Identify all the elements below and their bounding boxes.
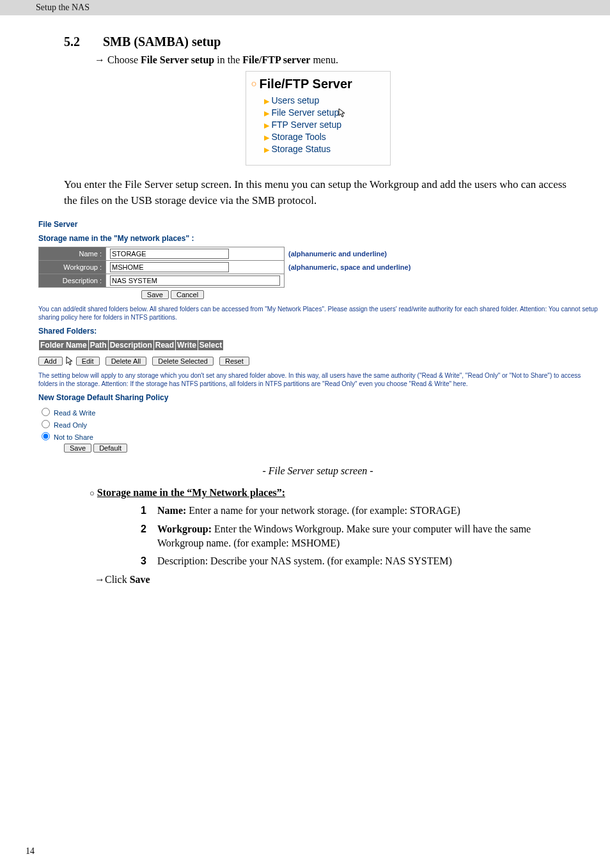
cursor-icon	[339, 108, 347, 117]
choose-line: → Choose File Server setup in the File/F…	[95, 54, 572, 66]
policy-save-button[interactable]: Save	[64, 444, 91, 453]
policy-heading: New Storage Default Sharing Policy	[38, 393, 601, 402]
menu-item-users[interactable]: ▶Users setup	[264, 95, 385, 105]
menu-item-storage-tools[interactable]: ▶Storage Tools	[264, 132, 385, 142]
triangle-icon: ▶	[264, 121, 269, 129]
breadcrumb: Setup the NAS	[36, 3, 90, 12]
numbered-list: 1Name: Enter a name for your network sto…	[141, 504, 572, 569]
workgroup-hint: (alphanumeric, space and underline)	[288, 263, 411, 271]
triangle-icon: ▶	[264, 97, 269, 105]
workgroup-input[interactable]	[110, 262, 229, 272]
radio-read-only[interactable]	[42, 420, 50, 428]
col-select: Select	[198, 340, 223, 351]
triangle-icon: ▶	[264, 134, 269, 141]
col-write: Write	[176, 340, 198, 351]
name-input[interactable]	[110, 249, 229, 259]
radio-read-write[interactable]	[42, 408, 50, 416]
delete-selected-button[interactable]: Delete Selected	[152, 357, 214, 366]
triangle-icon: ▶	[264, 146, 269, 153]
section-title: 5.2 SMB (SAMBA) setup	[64, 35, 572, 49]
bullet-icon: ○	[251, 78, 257, 89]
save-button[interactable]: Save	[141, 290, 169, 299]
figure-caption: - File Server setup screen -	[64, 465, 572, 477]
arrow-icon: →	[95, 574, 105, 585]
col-description: Description	[108, 340, 153, 351]
section-heading: SMB (SAMBA) setup	[103, 35, 221, 49]
name-label: Name :	[39, 247, 106, 261]
shared-folders-table: Folder Name Path Description Read Write …	[38, 339, 224, 351]
cancel-button[interactable]: Cancel	[171, 290, 204, 299]
note-default-policy: The setting below will apply to any stor…	[38, 372, 601, 388]
file-server-screenshot: File Server Storage name in the "My netw…	[38, 220, 601, 453]
arrow-icon: →	[95, 54, 105, 65]
edit-button[interactable]: Edit	[76, 357, 100, 366]
list-item: 3Description: Describe your NAS system. …	[141, 554, 572, 568]
col-path: Path	[88, 340, 108, 351]
name-hint: (alphanumeric and underline)	[288, 250, 387, 258]
policy-default-button[interactable]: Default	[93, 444, 127, 453]
file-ftp-menu: ○File/FTP Server ▶Users setup ▶File Serv…	[246, 71, 391, 166]
workgroup-label: Workgroup :	[39, 261, 106, 274]
menu-title: ○File/FTP Server	[246, 72, 390, 91]
reset-button[interactable]: Reset	[219, 357, 249, 366]
col-folder-name: Folder Name	[39, 340, 89, 351]
doc-header: Setup the NAS	[0, 0, 610, 15]
radio-not-to-share[interactable]	[42, 432, 50, 440]
menu-item-file-server[interactable]: ▶File Server setup	[264, 107, 385, 118]
list-item: 1Name: Enter a name for your network sto…	[141, 504, 572, 518]
triangle-icon: ▶	[264, 109, 269, 117]
menu-item-storage-status[interactable]: ▶Storage Status	[264, 144, 385, 154]
col-read: Read	[153, 340, 175, 351]
storage-form: Name : (alphanumeric and underline) Work…	[38, 247, 415, 288]
storage-name-heading: Storage name in the "My network places" …	[38, 234, 601, 243]
shared-folders-heading: Shared Folders:	[38, 327, 601, 336]
subsection-heading: ○Storage name in the “My Network places”…	[90, 487, 572, 499]
page-number: 14	[26, 846, 35, 856]
delete-all-button[interactable]: Delete All	[106, 357, 146, 366]
list-item: 2Workgroup: Enter the Windows Workgroup.…	[141, 522, 572, 551]
click-save-line: →Click Save	[95, 574, 572, 585]
circle-icon: ○	[90, 488, 95, 498]
description-input[interactable]	[110, 275, 280, 286]
description-label: Description :	[39, 274, 106, 288]
note-shared-folders: You can add/edit shared folders below. A…	[38, 306, 601, 322]
fs-heading: File Server	[38, 220, 601, 229]
menu-item-ftp-server[interactable]: ▶FTP Server setup	[264, 120, 385, 130]
add-button[interactable]: Add	[38, 357, 63, 366]
intro-paragraph: You enter the File Server setup screen. …	[64, 177, 572, 208]
section-number: 5.2	[64, 35, 100, 49]
cursor-icon	[66, 356, 74, 365]
